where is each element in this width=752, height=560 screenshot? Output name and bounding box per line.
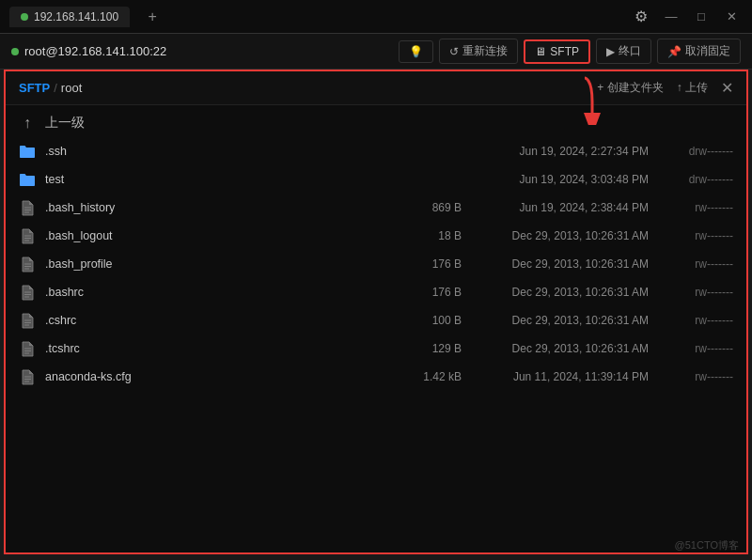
title-bar-right: ⚙ — □ ✕ (630, 6, 743, 28)
file-date: Jun 11, 2024, 11:39:14 PM (475, 370, 649, 383)
sftp-close-button[interactable]: ✕ (721, 79, 733, 97)
list-item[interactable]: .tcshrc129 BDec 29, 2013, 10:26:31 AMrw-… (6, 334, 746, 363)
hint-button[interactable]: 💡 (399, 40, 433, 63)
sftp-label: SFTP (550, 45, 579, 58)
minimize-button[interactable]: — (660, 6, 682, 28)
file-perms: rw------- (658, 370, 733, 383)
pin-icon: 📌 (667, 45, 682, 58)
file-perms: rw------- (658, 201, 733, 214)
hint-icon: 💡 (409, 45, 423, 58)
terminal-label: 终口 (619, 43, 641, 59)
file-size: 129 B (396, 342, 462, 355)
watermark: @51CTO博客 (675, 538, 739, 552)
list-item[interactable]: ↑上一级 (6, 109, 746, 137)
maximize-button[interactable]: □ (690, 6, 713, 28)
settings-icon[interactable]: ⚙ (630, 6, 652, 28)
file-icon (19, 368, 36, 385)
file-size: 869 B (396, 201, 462, 214)
file-list: ↑上一级 .sshJun 19, 2024, 2:27:34 PMdrw----… (6, 105, 746, 552)
session-connection-label: root@192.168.141.100:22 (11, 44, 166, 58)
file-date: Dec 29, 2013, 10:26:31 AM (475, 257, 649, 271)
file-icon (19, 340, 36, 357)
folder-icon (19, 143, 36, 160)
list-item[interactable]: .bash_profile176 BDec 29, 2013, 10:26:31… (6, 250, 746, 278)
file-icon (19, 256, 36, 272)
file-perms: drw------- (658, 173, 733, 186)
file-perms: rw------- (658, 342, 733, 355)
session-actions: 💡 ↺ 重新连接 🖥 SFTP ▶ 终口 📌 取消固定 (399, 39, 741, 64)
file-name: test (45, 173, 396, 186)
file-size: 176 B (396, 286, 462, 299)
sftp-root-label[interactable]: SFTP (19, 81, 50, 95)
file-icon (19, 284, 36, 301)
up-level-label: 上一级 (45, 115, 396, 132)
upload-button[interactable]: ↑ 上传 (677, 80, 708, 96)
file-perms: rw------- (658, 286, 733, 299)
unpin-label: 取消固定 (685, 43, 730, 59)
file-size: 100 B (396, 314, 462, 327)
sftp-panel: SFTP / root + 创建文件夹 ↑ 上传 ✕ ↑上一级 .sshJun … (4, 70, 748, 554)
reconnect-button[interactable]: ↺ 重新连接 (439, 39, 518, 64)
sftp-breadcrumb: SFTP / root (19, 81, 82, 95)
file-name: .tcshrc (45, 342, 396, 355)
sftp-icon: 🖥 (535, 45, 546, 58)
list-item[interactable]: .bash_logout18 BDec 29, 2013, 10:26:31 A… (6, 222, 746, 250)
file-icon (19, 312, 36, 329)
up-level-icon: ↑ (19, 115, 36, 132)
connection-string: root@192.168.141.100:22 (24, 44, 166, 58)
unpin-button[interactable]: 📌 取消固定 (657, 39, 741, 64)
list-item[interactable]: testJun 19, 2024, 3:03:48 PMdrw------- (6, 165, 746, 194)
file-date: Dec 29, 2013, 10:26:31 AM (475, 286, 649, 299)
list-item[interactable]: .sshJun 19, 2024, 2:27:34 PMdrw------- (6, 137, 746, 165)
sftp-current-path: root (61, 81, 82, 95)
file-name: .ssh (45, 145, 396, 158)
file-date: Jun 19, 2024, 3:03:48 PM (475, 173, 649, 186)
sftp-button[interactable]: 🖥 SFTP (524, 39, 590, 64)
reconnect-label: 重新连接 (462, 43, 508, 59)
file-icon (19, 227, 36, 244)
file-size: 1.42 kB (396, 370, 462, 383)
file-date: Dec 29, 2013, 10:26:31 AM (475, 229, 649, 242)
list-item[interactable]: anaconda-ks.cfg1.42 kBJun 11, 2024, 11:3… (6, 363, 746, 391)
folder-icon (19, 171, 36, 188)
file-perms: drw------- (658, 145, 733, 158)
active-tab[interactable]: 192.168.141.100 (9, 7, 130, 27)
file-date: Dec 29, 2013, 10:26:31 AM (475, 342, 649, 355)
sftp-separator: / (54, 81, 57, 95)
file-date: Jun 19, 2024, 2:38:44 PM (475, 201, 649, 214)
sftp-header: SFTP / root + 创建文件夹 ↑ 上传 ✕ (6, 71, 746, 105)
sftp-header-actions: + 创建文件夹 ↑ 上传 ✕ (597, 79, 733, 97)
online-dot (11, 48, 19, 55)
file-size: 18 B (396, 229, 462, 242)
connection-status-dot (21, 13, 28, 21)
session-bar: root@192.168.141.100:22 💡 ↺ 重新连接 🖥 SFTP … (0, 34, 752, 70)
file-icon (19, 199, 36, 216)
title-bar: 192.168.141.100 + ⚙ — □ ✕ (0, 0, 752, 34)
file-name: .bash_profile (45, 257, 396, 271)
file-name: anaconda-ks.cfg (45, 370, 396, 383)
file-date: Dec 29, 2013, 10:26:31 AM (475, 314, 649, 327)
file-name: .bashrc (45, 286, 396, 299)
list-item[interactable]: .cshrc100 BDec 29, 2013, 10:26:31 AMrw--… (6, 306, 746, 334)
file-perms: rw------- (658, 257, 733, 271)
file-perms: rw------- (658, 229, 733, 242)
terminal-icon: ▶ (606, 45, 615, 58)
add-tab-button[interactable]: + (141, 6, 164, 28)
file-perms: rw------- (658, 314, 733, 327)
reconnect-icon: ↺ (449, 45, 459, 58)
create-folder-button[interactable]: + 创建文件夹 (597, 80, 663, 96)
list-item[interactable]: .bashrc176 BDec 29, 2013, 10:26:31 AMrw-… (6, 278, 746, 306)
tab-label: 192.168.141.100 (34, 10, 118, 23)
file-date: Jun 19, 2024, 2:27:34 PM (475, 145, 649, 158)
list-item[interactable]: .bash_history869 BJun 19, 2024, 2:38:44 … (6, 194, 746, 222)
file-size: 176 B (396, 257, 462, 271)
file-name: .cshrc (45, 314, 396, 327)
terminal-button[interactable]: ▶ 终口 (596, 39, 651, 64)
file-name: .bash_history (45, 201, 396, 214)
red-arrow (556, 73, 603, 129)
close-button[interactable]: ✕ (720, 6, 743, 28)
file-name: .bash_logout (45, 229, 396, 242)
